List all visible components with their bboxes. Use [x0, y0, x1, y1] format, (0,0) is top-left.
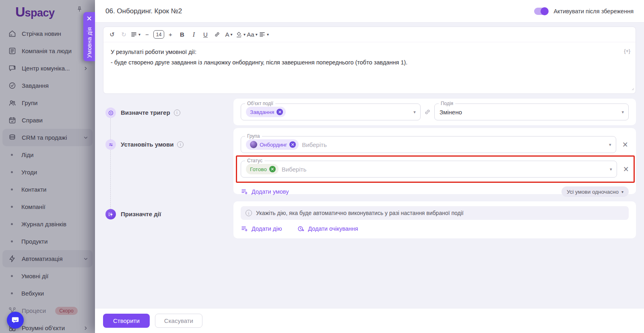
condition-row-group: Група Онбординг ✕ Виберіть ▾ × [241, 136, 629, 153]
editor-toolbar: ↺ ↻ ▾ − 14 + B I U A▾ ▾ Aa▾ ▾ [103, 27, 636, 42]
redo-icon[interactable]: ↻ [118, 29, 129, 40]
editor-line: У результаті роботи умовної дії: [111, 47, 628, 57]
chevron-down-icon: ▾ [621, 190, 623, 194]
info-icon[interactable]: i [174, 110, 180, 116]
group-avatar [250, 141, 257, 148]
trigger-section-label: Визначте тригер i [121, 109, 180, 116]
font-color-icon[interactable]: A▾ [223, 29, 234, 40]
chevron-down-icon: ▾ [610, 167, 612, 172]
undo-icon[interactable]: ↺ [107, 29, 118, 40]
panel-footer: Створити Скасувати [95, 308, 644, 333]
actions-section-label: Призначте дії [121, 211, 161, 217]
panel-header: 06. Онбординг. Крок №2 Активувати після … [95, 0, 644, 23]
info-icon[interactable]: i [177, 141, 184, 148]
group-condition-select[interactable]: Група Онбординг ✕ Виберіть ▾ [241, 136, 616, 153]
step-connector-line [110, 118, 111, 209]
remove-condition-button[interactable]: × [622, 140, 629, 149]
actions-step-icon [105, 209, 116, 219]
selected-object-chip: Завдання ✕ [246, 107, 286, 117]
panel-tab-label: Умовна дія [86, 27, 93, 58]
font-size-value[interactable]: 14 [153, 29, 164, 40]
underline-icon[interactable]: U [200, 29, 211, 40]
font-increase-icon[interactable]: + [165, 29, 176, 40]
paragraph-style-icon[interactable]: ▾ [130, 29, 141, 40]
create-button[interactable]: Створити [103, 314, 150, 328]
conditions-step-icon [105, 139, 116, 150]
description-editor: ↺ ↻ ▾ − 14 + B I U A▾ ▾ Aa▾ ▾ [103, 27, 636, 94]
conditions-section-label: Установіть умови i [121, 141, 184, 148]
conditional-action-panel: ✕ Умовна дія 06. Онбординг. Крок №2 Акти… [95, 0, 644, 333]
chat-widget-button[interactable] [7, 312, 24, 329]
remove-chip-icon[interactable]: ✕ [289, 141, 296, 148]
info-icon: i [246, 210, 252, 216]
activate-toggle[interactable] [534, 8, 548, 15]
panel-side-tab[interactable]: ✕ Умовна дія [83, 12, 95, 61]
insert-link-icon[interactable] [212, 29, 223, 40]
text-case-icon[interactable]: Aa▾ [247, 29, 258, 40]
cancel-button[interactable]: Скасувати [155, 314, 202, 328]
trigger-step-icon [105, 108, 116, 118]
close-icon[interactable]: ✕ [86, 15, 92, 22]
chevron-down-icon: ▾ [413, 110, 416, 115]
highlight-color-icon[interactable]: ▾ [235, 29, 246, 40]
font-decrease-icon[interactable]: − [142, 29, 153, 40]
actions-hint-banner: i Укажіть дію, яка буде автоматично вико… [241, 206, 629, 220]
conditions-logic-selector[interactable]: Усі умови одночасно ▾ [561, 186, 629, 197]
linked-fields-icon [424, 108, 431, 116]
trigger-card: Об'єкт події Завдання ✕ ▾ Подія Змінено … [233, 99, 636, 125]
add-action-button[interactable]: Додати дію [241, 225, 282, 232]
bold-icon[interactable]: B [177, 29, 188, 40]
chevron-down-icon: ▾ [621, 110, 624, 115]
editor-line: - буде створено друге завдання із ланцюж… [111, 57, 628, 68]
italic-icon[interactable]: I [188, 29, 199, 40]
remove-condition-button[interactable]: × [623, 165, 630, 174]
page-title: 06. Онбординг. Крок №2 [105, 7, 182, 15]
toggle-knob [541, 7, 549, 15]
selected-status-chip: Готово ✕ [246, 164, 279, 174]
add-wait-button[interactable]: Додати очікування [297, 225, 358, 232]
actions-card: i Укажіть дію, яка буде автоматично вико… [233, 201, 636, 238]
activate-toggle-label: Активувати після збереження [553, 8, 634, 14]
insert-variable-button[interactable]: {+} [624, 46, 630, 56]
chevron-down-icon: ▾ [609, 142, 611, 147]
event-object-select[interactable]: Об'єкт події Завдання ✕ ▾ [241, 103, 421, 120]
remove-chip-icon[interactable]: ✕ [277, 109, 283, 115]
selected-group-chip: Онбординг ✕ [246, 139, 299, 150]
conditions-card: Група Онбординг ✕ Виберіть ▾ × Статус Го… [233, 128, 636, 194]
modal-dim-overlay [0, 0, 95, 333]
highlighted-condition-row-status: Статус Готово ✕ Виберіть ▾ × [236, 155, 635, 183]
editor-content[interactable]: У результаті роботи умовної дії: - буде … [103, 42, 636, 93]
status-condition-select[interactable]: Статус Готово ✕ Виберіть ▾ [241, 161, 617, 178]
align-icon[interactable]: ▾ [258, 29, 269, 40]
remove-chip-icon[interactable]: ✕ [269, 166, 276, 172]
add-condition-button[interactable]: Додати умову [241, 188, 289, 195]
resize-handle-icon[interactable] [630, 85, 634, 92]
event-select[interactable]: Подія Змінено ▾ [434, 103, 629, 120]
